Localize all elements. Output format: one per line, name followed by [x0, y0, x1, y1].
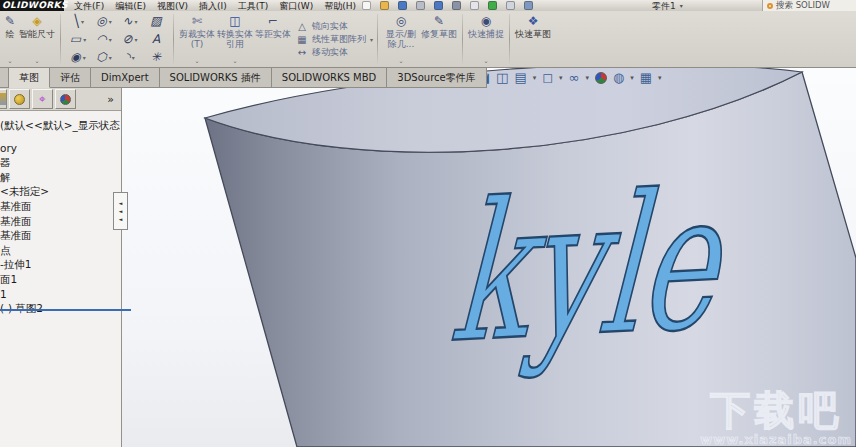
convert-entities-button[interactable]: ◫ 转换实体引用 ⌄: [216, 11, 254, 67]
spline-caret-icon[interactable]: ▾: [135, 18, 138, 25]
ellipse-tool-button[interactable]: ⊘▾: [117, 30, 143, 48]
graphics-viewport[interactable]: kyle ⊙ ⊕ ◪ ◫ ▤▾ ◻▾ ∞▾ ◍▾ ▦▾ 下载吧 www.xiaz…: [0, 68, 856, 447]
display-style-icon[interactable]: ◻: [542, 70, 553, 85]
featuremanager-tree-icon: [0, 93, 6, 105]
tab-solidworks-mbd[interactable]: SOLIDWORKS MBD: [272, 68, 387, 88]
smart-dimension-button[interactable]: ◈ 智能尺寸 ⌄: [18, 11, 56, 67]
trim-entities-button[interactable]: ✄ 剪裁实体(T) ⌄: [178, 11, 216, 67]
view-settings-caret-icon[interactable]: ▾: [658, 74, 662, 82]
new-file-icon[interactable]: [362, 1, 371, 10]
tree-item-origin[interactable]: 点: [0, 243, 121, 258]
rectangle-icon: ▭: [70, 32, 81, 46]
polygon-caret-icon[interactable]: ▾: [109, 54, 112, 61]
circle-caret-icon[interactable]: ▾: [109, 18, 112, 25]
tab-dimxpert[interactable]: DimXpert: [91, 68, 160, 88]
tree-item-history[interactable]: ory: [0, 141, 121, 156]
configurationmanager-tab[interactable]: ⌖: [32, 89, 53, 109]
tab-3dsource[interactable]: 3DSource零件库: [387, 68, 486, 88]
apply-scene-icon[interactable]: ◍: [613, 70, 624, 85]
ellipse-caret-icon[interactable]: ▾: [135, 36, 138, 43]
help-icon[interactable]: [506, 1, 515, 10]
rollback-bar[interactable]: [0, 309, 131, 311]
arc-tool-button[interactable]: ◠▾: [91, 30, 117, 48]
view-settings-icon[interactable]: ▦: [640, 70, 652, 85]
display-style-caret-icon[interactable]: ▾: [559, 74, 563, 82]
tab-partial[interactable]: [0, 68, 9, 88]
offset-entities-button[interactable]: ⌐ 等距实体: [254, 11, 292, 67]
tree-item-sensors[interactable]: 器: [0, 155, 121, 170]
command-tabs: 草图 评估 DimXpert SOLIDWORKS 插件 SOLIDWORKS …: [0, 68, 487, 88]
select-arrow-icon[interactable]: [470, 1, 479, 10]
quick-snaps-button[interactable]: ◉ 快速捕捉 ⌄: [467, 11, 505, 67]
sketch-caret-icon[interactable]: ⌄: [7, 58, 12, 64]
trim-caret-icon[interactable]: ⌄: [194, 58, 199, 64]
trim-icon: ✄: [192, 14, 202, 29]
sketch-text-kyle[interactable]: kyle: [444, 150, 733, 385]
sketch-button-label: 绘: [6, 29, 15, 39]
tree-item-annotations[interactable]: 解: [0, 170, 121, 185]
hide-show-items-icon[interactable]: ∞: [569, 70, 580, 85]
edit-appearance-icon[interactable]: [595, 72, 607, 84]
linear-pattern-button[interactable]: ▦ 线性草图阵列 ▾: [296, 34, 373, 45]
rapid-sketch-button[interactable]: ❖ 快速草图: [514, 11, 552, 67]
repair-sketch-icon: ✎: [434, 14, 444, 29]
line-tool-button[interactable]: ╲▾: [65, 12, 91, 30]
tree-item-part-name[interactable]: (默认<<默认>_显示状态 1>): [0, 118, 121, 133]
display-relations-caret-icon[interactable]: ⌄: [399, 58, 404, 64]
displaymanager-tab[interactable]: [55, 89, 76, 109]
apply-scene-caret-icon[interactable]: ▾: [630, 74, 634, 82]
options-icon[interactable]: [488, 1, 497, 10]
convert-caret-icon[interactable]: ⌄: [232, 58, 237, 64]
pattern-tool-button[interactable]: ▨: [143, 12, 169, 30]
repair-sketch-button[interactable]: ✎ 修复草图: [420, 11, 458, 67]
fillet-caret-icon[interactable]: ▾: [132, 54, 135, 61]
quick-snaps-caret-icon[interactable]: ⌄: [484, 58, 489, 64]
display-delete-relations-button[interactable]: ◎ 显示/删除几... ⌄: [382, 11, 420, 67]
search-box[interactable]: 搜索 SOLIDW: [762, 0, 856, 11]
tab-solidworks-addins[interactable]: SOLIDWORKS 插件: [160, 68, 272, 88]
polygon-tool-button[interactable]: ⬡▾: [91, 48, 117, 66]
sketch-button-partial[interactable]: ✎ 绘 ⌄: [2, 11, 18, 67]
tree-item-top-plane[interactable]: 基准面: [0, 214, 121, 229]
tree-item-front-plane[interactable]: 基准面: [0, 199, 121, 214]
tree-item-boss-extrude1[interactable]: -拉伸1: [0, 257, 121, 272]
quick-snaps-label: 快速捕捉: [468, 29, 504, 39]
propertymanager-tab[interactable]: [9, 89, 30, 109]
panel-expand-icon[interactable]: »: [107, 93, 114, 106]
circle-tool-button[interactable]: ◎▾: [91, 12, 117, 30]
fillet-tool-button[interactable]: ◝▾: [117, 48, 143, 66]
undo-icon[interactable]: [434, 1, 443, 10]
tree-item-right-plane[interactable]: 基准面: [0, 228, 121, 243]
spline-tool-button[interactable]: ∿▾: [117, 12, 143, 30]
move-entities-button[interactable]: ↔ 移动实体: [296, 47, 373, 58]
featuremanager-tab[interactable]: [0, 89, 7, 109]
print-icon[interactable]: [416, 1, 425, 10]
tab-evaluate[interactable]: 评估: [50, 68, 91, 88]
smart-dimension-caret-icon[interactable]: ⌄: [34, 58, 39, 64]
slot-tool-button[interactable]: ◉▾: [65, 48, 91, 66]
tab-sketch[interactable]: 草图: [9, 68, 50, 88]
rebuild-icon[interactable]: [452, 1, 461, 10]
text-tool-button[interactable]: A: [143, 30, 169, 48]
sketch-quick-icon[interactable]: [524, 1, 533, 10]
tree-item-material[interactable]: <未指定>: [0, 184, 121, 199]
tree-item-plane1[interactable]: 面1: [0, 272, 121, 287]
arc-caret-icon[interactable]: ▾: [109, 36, 112, 43]
open-file-icon[interactable]: [380, 1, 389, 10]
slot-caret-icon[interactable]: ▾: [83, 54, 86, 61]
ribbon-separator: [462, 14, 463, 64]
view-orientation-icon[interactable]: ▤: [514, 70, 526, 85]
panel-splitter-handle[interactable]: ◄ ◄ ◄: [113, 192, 128, 230]
point-tool-button[interactable]: ✳: [143, 48, 169, 66]
offset-icon: ⌐: [268, 14, 278, 29]
tree-item-sketch1[interactable]: 1: [0, 287, 121, 302]
save-icon[interactable]: [398, 1, 407, 10]
rectangle-tool-button[interactable]: ▭▾: [65, 30, 91, 48]
line-caret-icon[interactable]: ▾: [81, 18, 84, 25]
hide-show-caret-icon[interactable]: ▾: [585, 74, 589, 82]
view-selector-icon[interactable]: ◫: [496, 70, 508, 85]
view-orientation-caret-icon[interactable]: ▾: [533, 74, 537, 82]
mirror-entities-button[interactable]: △ 镜向实体: [296, 21, 373, 32]
rectangle-caret-icon[interactable]: ▾: [83, 36, 86, 43]
linear-pattern-caret-icon[interactable]: ▾: [370, 34, 373, 45]
